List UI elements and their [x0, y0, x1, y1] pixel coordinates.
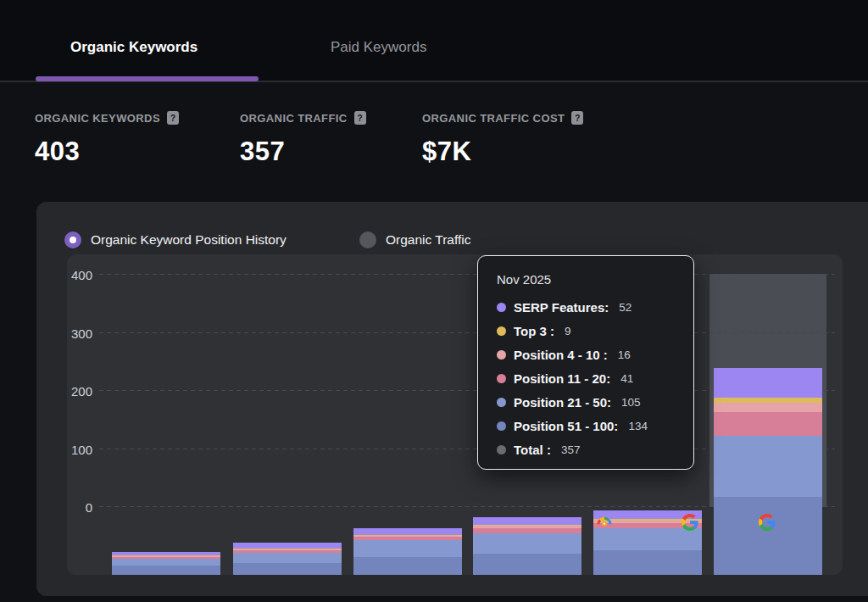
gridline-300	[99, 332, 835, 333]
metric-organic-keywords: ORGANIC KEYWORDS?403	[35, 111, 179, 167]
stacked-bar-4[interactable]	[473, 517, 581, 575]
tooltip-row: Position 4 - 10 :16	[497, 343, 693, 366]
rainbow-gauge-icon[interactable]	[595, 514, 614, 532]
tooltip-row-value: 105	[621, 396, 641, 409]
tooltip-row: Position 51 - 100:134	[497, 414, 693, 438]
metric-value: 403	[35, 137, 179, 167]
tooltip-row-label: SERP Features:	[514, 300, 609, 315]
metric-label: ORGANIC KEYWORDS	[35, 112, 160, 125]
radio-unselected-icon[interactable]	[359, 231, 376, 248]
metric-label: ORGANIC TRAFFIC COST	[422, 112, 565, 125]
organic-keywords-chart-card: Organic Keyword Position History Organic…	[36, 202, 868, 596]
bar-segment-serpfeatures	[714, 368, 822, 399]
bar-segment-position51-100	[714, 497, 822, 575]
tooltip-row-label: Total :	[514, 443, 551, 457]
series-color-dot	[497, 398, 506, 407]
tooltip-row: SERP Features:52	[497, 295, 693, 319]
bar-segment-position51-100	[473, 554, 581, 575]
bar-segment-serpfeatures	[473, 517, 581, 526]
help-icon[interactable]: ?	[167, 111, 179, 125]
tooltip-row-label: Top 3 :	[514, 324, 554, 338]
help-icon[interactable]: ?	[571, 111, 583, 125]
radio-selected-icon[interactable]	[64, 231, 81, 248]
metric-organic-traffic: ORGANIC TRAFFIC?357	[240, 111, 366, 167]
tab-paid-keywords[interactable]: Paid Keywords	[331, 39, 426, 56]
bar-segment-position51-100	[353, 557, 462, 575]
tooltip-row: Top 3 :9	[497, 319, 693, 343]
tab-organic-keywords[interactable]: Organic Keywords	[70, 39, 198, 56]
series-color-dot	[497, 445, 506, 454]
tooltip-row-value: 357	[561, 443, 581, 456]
bar-segment-position4-10	[714, 403, 822, 412]
bar-segment-position21-50	[473, 533, 581, 554]
bar-segment-position21-50	[714, 436, 822, 497]
google-icon[interactable]	[759, 514, 777, 532]
bar-segment-position21-50	[353, 540, 462, 558]
tooltip-row: Position 21 - 50:105	[497, 390, 693, 414]
tooltip-row-value: 9	[565, 325, 571, 337]
bar-segment-position21-50	[112, 559, 220, 566]
help-icon[interactable]: ?	[354, 111, 366, 125]
bar-segment-position11-20	[714, 412, 822, 436]
google-icon[interactable]	[682, 514, 700, 532]
metric-value: $7K	[422, 137, 583, 167]
metric-organic-traffic-cost: ORGANIC TRAFFIC COST?$7K	[422, 111, 583, 167]
tooltip-date: Nov 2025	[497, 272, 693, 287]
tooltip-row-value: 41	[620, 372, 633, 385]
tooltip-row-value: 134	[628, 420, 648, 432]
y-axis-tick-100: 100	[67, 442, 92, 456]
series-color-dot	[497, 326, 506, 336]
bar-segment-position21-50	[233, 553, 342, 563]
gridline-400	[99, 274, 835, 275]
series-color-dot	[497, 303, 506, 312]
bar-segment-position51-100	[233, 563, 342, 575]
stacked-bar-1[interactable]	[112, 552, 220, 575]
tooltip-row-value: 52	[619, 301, 632, 314]
legend-position-history-label: Organic Keyword Position History	[91, 232, 287, 248]
stacked-bar-2[interactable]	[233, 543, 342, 575]
metric-label: ORGANIC TRAFFIC	[240, 112, 348, 125]
tooltip-row-label: Position 11 - 20:	[514, 371, 610, 386]
series-color-dot	[497, 350, 506, 360]
y-axis-tick-400: 400	[67, 268, 92, 282]
active-tab-underline	[36, 76, 259, 81]
legend-organic-traffic-label: Organic Traffic	[386, 232, 471, 248]
bar-segment-position51-100	[593, 550, 702, 575]
metric-value: 357	[240, 137, 366, 167]
chart-tooltip: Nov 2025 SERP Features:52Top 3 :9Positio…	[477, 255, 694, 470]
tooltip-row-label: Position 4 - 10 :	[514, 348, 608, 362]
tooltip-row-value: 16	[618, 348, 631, 361]
tooltip-row: Position 11 - 20:41	[497, 366, 693, 390]
chart-plot-area: 0100200300400	[67, 254, 843, 575]
legend-position-history[interactable]: Organic Keyword Position History	[64, 231, 287, 248]
bar-segment-position51-100	[112, 566, 220, 575]
series-color-dot	[497, 421, 506, 431]
y-axis-tick-0: 0	[67, 500, 92, 515]
bar-segment-serpfeatures	[353, 528, 462, 535]
y-axis-tick-200: 200	[67, 384, 92, 399]
y-axis-tick-300: 300	[67, 326, 92, 340]
tooltip-row-label: Position 21 - 50:	[514, 395, 611, 410]
series-color-dot	[497, 374, 506, 383]
stacked-bar-3[interactable]	[353, 528, 462, 575]
tooltip-row: Total :357	[497, 438, 693, 461]
tooltip-row-label: Position 51 - 100:	[514, 419, 618, 433]
stacked-bar-Nov 2025[interactable]	[714, 368, 822, 576]
legend-organic-traffic[interactable]: Organic Traffic	[359, 231, 471, 248]
